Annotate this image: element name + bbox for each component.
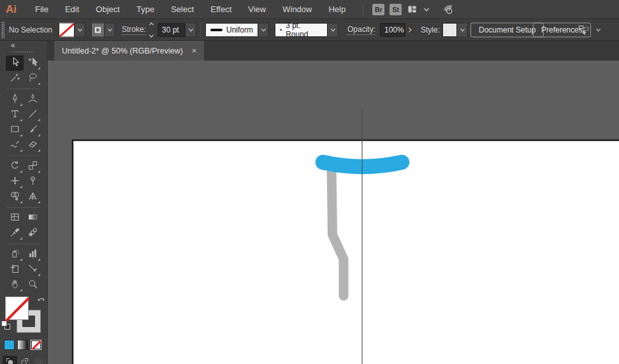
eraser-tool[interactable] — [24, 138, 41, 153]
style-label: Style: — [421, 25, 440, 34]
symbol-sprayer-tool[interactable] — [6, 247, 24, 262]
fill-color-swatch[interactable] — [59, 22, 75, 37]
opacity-popup-arrow[interactable] — [407, 24, 413, 36]
bridge-button[interactable]: Br — [372, 4, 384, 15]
width-profile-value: Uniform — [226, 25, 253, 34]
width-tool-icon — [10, 175, 20, 189]
stroke-weight-field[interactable]: 30 pt — [157, 23, 186, 37]
close-tab-icon[interactable]: × — [192, 47, 197, 55]
menu-item-effect[interactable]: Effect — [202, 0, 240, 18]
menu-item-view[interactable]: View — [240, 0, 274, 18]
pen-tool[interactable] — [6, 92, 24, 107]
rectangle-tool[interactable] — [6, 122, 24, 138]
menu-item-object[interactable]: Object — [87, 0, 128, 18]
menu-item-file[interactable]: File — [27, 0, 57, 18]
selection-tool[interactable] — [6, 55, 24, 71]
zoom-tool[interactable] — [24, 277, 41, 293]
tools-panel: « — [0, 41, 48, 364]
brush-definition-chevron[interactable] — [328, 22, 339, 37]
draw-behind-button[interactable] — [17, 356, 32, 364]
none-button[interactable] — [31, 340, 41, 350]
panel-grip[interactable] — [1, 22, 4, 38]
menu-item-edit[interactable]: Edit — [57, 0, 87, 18]
line-segment-tool[interactable] — [24, 107, 41, 122]
shape-builder-tool[interactable] — [6, 189, 24, 205]
rectangle-tool-icon — [10, 124, 20, 137]
puppet-warp-tool[interactable] — [24, 174, 41, 189]
chevron-down-icon — [188, 24, 194, 36]
menu-item-select[interactable]: Select — [163, 0, 202, 18]
stepper-up-icon[interactable] — [149, 18, 154, 29]
fill-stroke-indicator — [1, 296, 46, 335]
mesh-tool[interactable] — [6, 210, 24, 226]
chevron-down-icon[interactable] — [423, 6, 430, 13]
workspace-switcher-icon[interactable] — [407, 4, 418, 15]
type-tool[interactable] — [6, 107, 24, 122]
stock-button[interactable]: St — [390, 4, 402, 15]
artboard-tool[interactable] — [6, 262, 24, 277]
opacity-field[interactable]: 100% — [380, 23, 405, 37]
gpu-performance-icon[interactable] — [442, 3, 454, 15]
magic-wand-tool[interactable] — [6, 71, 24, 86]
color-button[interactable] — [4, 340, 15, 350]
menu-separator — [363, 4, 363, 15]
rotate-tool-icon — [10, 160, 20, 173]
brush-dot-icon: • — [280, 27, 282, 33]
menu-item-type[interactable]: Type — [128, 0, 163, 18]
chevron-down-icon — [261, 24, 266, 36]
eyedropper-tool[interactable] — [6, 226, 24, 241]
illustrator-logo: Ai — [6, 3, 17, 16]
direct-selection-tool-icon — [27, 57, 38, 70]
magic-wand-tool-icon — [10, 72, 20, 85]
brush-definition-value: 3 pt. Round — [286, 21, 323, 39]
menu-item-window[interactable]: Window — [274, 0, 320, 18]
blend-tool[interactable] — [24, 226, 41, 241]
stroke-color-swatch[interactable] — [91, 22, 105, 37]
curvature-tool[interactable] — [24, 92, 41, 107]
hand-tool[interactable] — [6, 277, 24, 293]
default-fill-stroke-icon[interactable] — [1, 321, 11, 330]
width-profile-dropdown[interactable]: Uniform — [205, 23, 258, 37]
fill-chevron-button[interactable] — [75, 22, 85, 37]
style-chevron[interactable] — [457, 22, 468, 37]
tool-grid — [6, 55, 41, 293]
document-tab[interactable]: Untitled-2* @ 50% (RGB/Preview) × — [54, 41, 204, 61]
chevron-down-icon[interactable] — [595, 27, 601, 33]
paintbrush-tool[interactable] — [24, 122, 41, 138]
shaper-tool[interactable] — [6, 138, 24, 153]
gradient-button[interactable] — [17, 340, 28, 350]
stroke-weight-chevron[interactable] — [186, 22, 196, 37]
column-graph-tool[interactable] — [24, 247, 41, 262]
fill-swatch-none[interactable] — [5, 296, 29, 320]
width-profile-chevron[interactable] — [258, 22, 269, 37]
scale-tool[interactable] — [24, 159, 41, 174]
select-similar-icon[interactable] — [578, 24, 590, 36]
brush-definition-dropdown[interactable]: • 3 pt. Round — [275, 23, 328, 37]
selection-tool-icon — [10, 57, 20, 70]
illustrator-window: Ai FileEditObjectTypeSelectEffectViewWin… — [0, 0, 619, 364]
slice-tool-icon — [27, 263, 38, 277]
rotate-tool[interactable] — [6, 159, 24, 174]
main-menu: FileEditObjectTypeSelectEffectViewWindow… — [27, 0, 354, 18]
direct-selection-tool[interactable] — [24, 55, 41, 71]
canvas-area[interactable] — [48, 61, 619, 364]
style-swatch[interactable] — [442, 23, 457, 37]
draw-normal-button[interactable] — [3, 356, 17, 364]
tool-group-separator — [7, 207, 40, 208]
slice-tool[interactable] — [24, 262, 41, 277]
lasso-tool[interactable] — [24, 71, 41, 86]
stroke-weight-label[interactable]: Stroke: — [122, 25, 146, 35]
gradient-tool[interactable] — [24, 210, 41, 226]
menu-item-help[interactable]: Help — [320, 0, 354, 18]
stepper-down-icon[interactable] — [149, 30, 154, 41]
artwork-canvas[interactable] — [48, 61, 619, 364]
stroke-chevron-button[interactable] — [105, 22, 115, 37]
opacity-label[interactable]: Opacity: — [347, 25, 375, 35]
perspective-grid-tool[interactable] — [24, 189, 41, 205]
width-tool[interactable] — [6, 174, 24, 189]
panel-grip[interactable] — [12, 51, 35, 53]
collapse-panel-button[interactable]: « — [11, 41, 15, 50]
swap-fill-stroke-icon[interactable] — [36, 295, 46, 307]
paintbrush-tool-icon — [27, 124, 38, 137]
stroke-weight-stepper[interactable] — [147, 23, 156, 37]
